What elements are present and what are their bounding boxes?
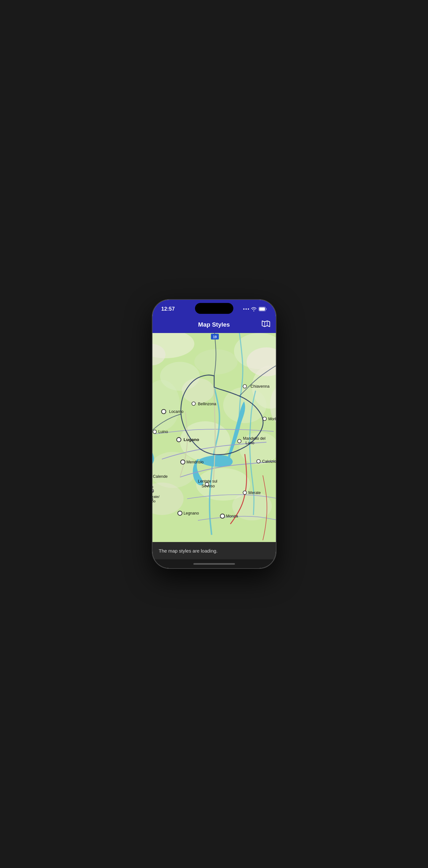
home-indicator: [152, 559, 276, 568]
svg-point-52: [220, 514, 225, 518]
svg-text:Legnano: Legnano: [183, 511, 199, 516]
svg-text:Gallarate/: Gallarate/: [152, 495, 160, 499]
svg-text:Luino: Luino: [158, 430, 168, 434]
phone-frame: 12:57: [152, 299, 276, 569]
svg-point-32: [153, 430, 156, 433]
svg-rect-1: [259, 307, 265, 311]
svg-point-41: [257, 460, 260, 463]
dynamic-island: [195, 303, 233, 314]
bottom-status-bar: The map styles are loading.: [152, 542, 276, 559]
status-icons: [243, 307, 267, 311]
status-time: 12:57: [161, 306, 175, 312]
svg-text:Chiavenna: Chiavenna: [250, 384, 269, 389]
svg-text:Lentate sul: Lentate sul: [198, 479, 217, 484]
svg-text:Locarno: Locarno: [169, 409, 183, 414]
svg-point-28: [161, 409, 166, 414]
svg-text:olino: olino: [152, 485, 153, 489]
svg-point-36: [238, 439, 241, 443]
svg-point-43: [243, 491, 246, 494]
map-icon-button[interactable]: [262, 320, 270, 329]
signal-icon: [243, 308, 249, 310]
svg-text:Mendrisio: Mendrisio: [186, 460, 204, 464]
svg-text:Morbegno: Morbegno: [268, 417, 276, 421]
svg-text:Bellinzona: Bellinzona: [198, 402, 216, 406]
svg-text:Lario: Lario: [245, 441, 254, 445]
svg-point-19: [182, 378, 214, 403]
svg-point-26: [192, 402, 195, 405]
svg-text:Campo: Campo: [152, 499, 155, 503]
svg-text:Calolziocorte: Calolziocorte: [262, 459, 276, 464]
wifi-icon: [251, 307, 257, 311]
phone-screen: 12:57: [152, 300, 276, 568]
battery-icon: [258, 307, 267, 311]
svg-point-21: [232, 492, 272, 520]
page-title: Map Styles: [198, 321, 230, 328]
svg-text:Monza: Monza: [226, 514, 238, 518]
nav-bar: Map Styles: [152, 316, 276, 333]
loading-status-text: The map styles are loading.: [159, 548, 218, 554]
svg-text:19: 19: [213, 335, 217, 339]
svg-point-39: [181, 460, 185, 464]
svg-text:Calende: Calende: [153, 474, 167, 479]
svg-text:Seveso: Seveso: [202, 484, 214, 488]
map-container[interactable]: 19 Chiavenna Bellinzona Locarno Morbegno…: [152, 333, 276, 542]
svg-point-30: [263, 417, 266, 421]
home-bar: [193, 563, 235, 565]
svg-text:Lugano: Lugano: [183, 437, 199, 442]
svg-point-24: [243, 384, 246, 388]
svg-text:Mandello del: Mandello del: [243, 436, 265, 441]
map-background: 19 Chiavenna Bellinzona Locarno Morbegno…: [152, 333, 276, 542]
svg-point-50: [178, 511, 182, 516]
svg-text:Merate: Merate: [248, 491, 261, 495]
svg-point-34: [177, 437, 181, 442]
